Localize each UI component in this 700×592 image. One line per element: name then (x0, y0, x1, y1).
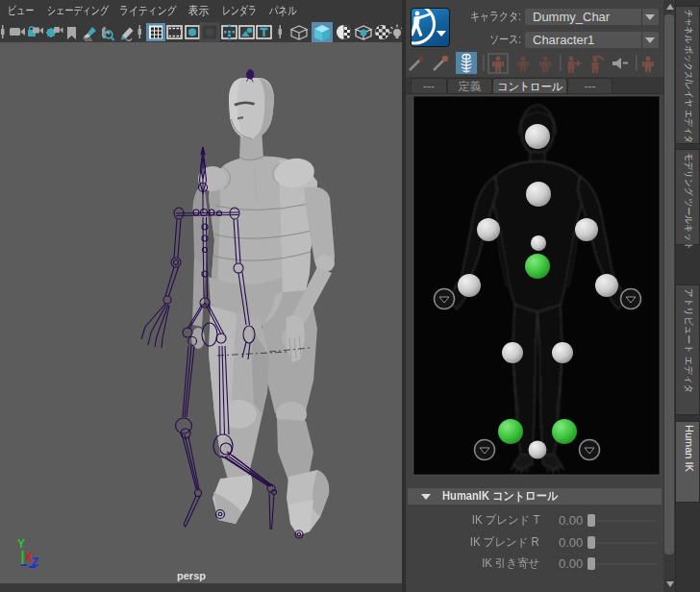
svg-text:Y: Y (17, 537, 25, 551)
